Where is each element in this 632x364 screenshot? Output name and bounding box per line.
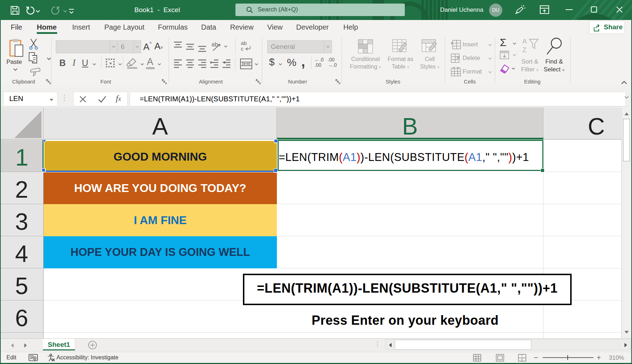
svg-text:ab: ab <box>212 41 218 47</box>
svg-text:Z: Z <box>522 46 527 54</box>
svg-text:A: A <box>522 38 527 45</box>
svg-text:c: c <box>241 46 244 52</box>
svg-text:ab: ab <box>241 40 247 46</box>
